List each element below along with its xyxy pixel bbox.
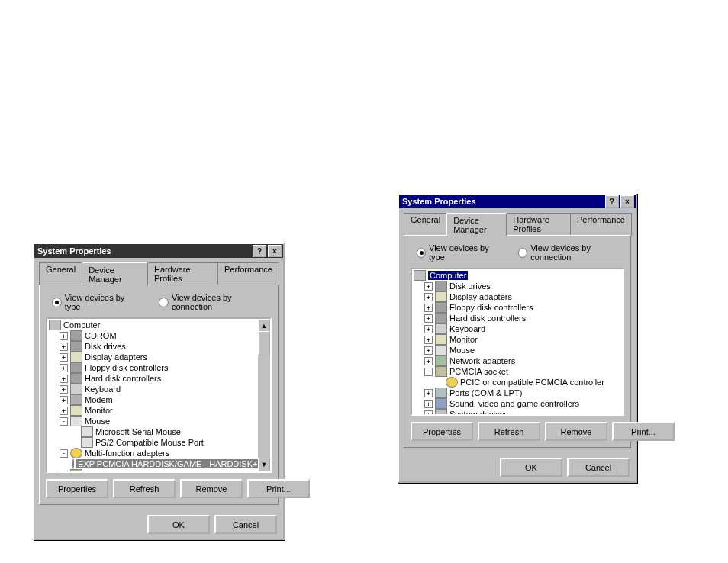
tab-device-manager[interactable]: Device Manager bbox=[82, 262, 148, 285]
print-button[interactable]: Print... bbox=[247, 479, 310, 498]
tree-item[interactable]: +Keyboard bbox=[414, 323, 623, 334]
expand-icon[interactable]: + bbox=[60, 332, 68, 340]
tree-item[interactable]: +System devices bbox=[414, 409, 623, 416]
expand-icon[interactable]: + bbox=[60, 343, 68, 351]
collapse-icon[interactable]: - bbox=[60, 417, 68, 426]
device-icon bbox=[70, 362, 82, 373]
tree-item[interactable]: +Disk drives bbox=[49, 341, 270, 352]
expand-icon[interactable]: + bbox=[60, 364, 68, 372]
expand-icon[interactable]: + bbox=[424, 304, 433, 312]
remove-button[interactable]: Remove bbox=[180, 479, 243, 498]
expand-icon[interactable]: + bbox=[424, 293, 433, 301]
properties-button[interactable]: Properties bbox=[46, 479, 108, 498]
expand-icon[interactable]: + bbox=[60, 471, 68, 474]
titlebar[interactable]: System Properties ? × bbox=[34, 244, 283, 258]
expand-icon[interactable]: + bbox=[424, 282, 433, 291]
tree-item[interactable]: +Floppy disk controllers bbox=[49, 362, 270, 373]
tree-label: EXP PCMCIA HARDDISK/GAME - HARDDISK+GAME bbox=[76, 459, 272, 468]
tab-performance[interactable]: Performance bbox=[570, 213, 632, 236]
tree-item[interactable]: +CDROM bbox=[49, 330, 270, 341]
expand-icon[interactable]: + bbox=[424, 389, 433, 397]
expand-icon[interactable]: + bbox=[60, 375, 68, 383]
properties-button[interactable]: Properties bbox=[411, 422, 473, 441]
tree-item[interactable]: EXP PCMCIA HARDDISK/GAME - HARDDISK+GAME bbox=[49, 458, 270, 469]
tree-item[interactable]: +Hard disk controllers bbox=[49, 373, 270, 384]
radio-label: View devices by type bbox=[429, 243, 500, 262]
expand-icon[interactable]: + bbox=[424, 357, 433, 365]
tree-item[interactable]: +Network adapters bbox=[49, 469, 270, 473]
tree-item[interactable]: PS/2 Compatible Mouse Port bbox=[49, 437, 270, 448]
tree-item[interactable]: PCIC or compatible PCMCIA controller bbox=[414, 377, 623, 388]
refresh-button[interactable]: Refresh bbox=[113, 479, 176, 498]
radio-view-by-connection[interactable]: View devices by connection bbox=[159, 293, 272, 311]
tree-label: System devices bbox=[449, 410, 508, 416]
tree-root[interactable]: Computer bbox=[49, 320, 270, 330]
cancel-button[interactable]: Cancel bbox=[567, 458, 630, 477]
expand-icon[interactable]: + bbox=[60, 385, 68, 394]
collapse-icon[interactable]: - bbox=[60, 449, 68, 458]
tree-label: Floppy disk controllers bbox=[85, 363, 168, 372]
tree-item[interactable]: +Disk drives bbox=[414, 281, 623, 291]
tree-item[interactable]: +Floppy disk controllers bbox=[414, 302, 623, 313]
radio-view-by-type[interactable]: View devices by type bbox=[52, 293, 140, 311]
tree-item[interactable]: +Mouse bbox=[414, 345, 623, 355]
tab-panel: View devices by type View devices by con… bbox=[404, 235, 631, 448]
tree-label: CDROM bbox=[85, 331, 117, 340]
ok-button[interactable]: OK bbox=[147, 515, 210, 534]
collapse-icon[interactable]: - bbox=[424, 368, 433, 376]
device-icon bbox=[70, 352, 82, 362]
device-tree[interactable]: ▲ ▼ Computer+CDROM+Disk drives+Display a… bbox=[46, 317, 272, 473]
expand-icon[interactable]: + bbox=[424, 314, 433, 323]
close-button[interactable]: × bbox=[620, 195, 634, 208]
tabstrip: General Device Manager Hardware Profiles… bbox=[34, 258, 283, 285]
tree-item[interactable]: -PCMCIA socket bbox=[414, 366, 623, 377]
expand-icon[interactable]: + bbox=[424, 410, 433, 417]
tree-label: Monitor bbox=[449, 335, 478, 344]
tree-item[interactable]: -Multi-function adapters bbox=[49, 448, 270, 458]
tree-item[interactable]: +Display adapters bbox=[49, 352, 270, 362]
print-button[interactable]: Print... bbox=[612, 422, 675, 441]
tree-item[interactable]: +Ports (COM & LPT) bbox=[414, 388, 623, 398]
scroll-thumb[interactable] bbox=[258, 331, 270, 355]
device-icon bbox=[435, 334, 447, 345]
radio-view-by-connection[interactable]: View devices by connection bbox=[518, 243, 624, 262]
device-icon bbox=[435, 345, 447, 355]
expand-icon[interactable]: + bbox=[60, 407, 68, 415]
tree-item[interactable]: +Monitor bbox=[414, 334, 623, 345]
remove-button[interactable]: Remove bbox=[545, 422, 607, 441]
tab-device-manager[interactable]: Device Manager bbox=[446, 213, 507, 236]
tree-label: PCIC or compatible PCMCIA controller bbox=[460, 378, 604, 387]
tree-item[interactable]: +Monitor bbox=[49, 405, 270, 416]
tree-item[interactable]: -Mouse bbox=[49, 416, 270, 426]
help-button[interactable]: ? bbox=[605, 195, 619, 208]
tree-item[interactable]: +Sound, video and game controllers bbox=[414, 398, 623, 409]
tree-item[interactable]: Microsoft Serial Mouse bbox=[49, 426, 270, 437]
refresh-button[interactable]: Refresh bbox=[478, 422, 540, 441]
tab-general[interactable]: General bbox=[404, 213, 447, 236]
ok-button[interactable]: OK bbox=[500, 458, 562, 477]
expand-icon[interactable]: + bbox=[60, 396, 68, 404]
scroll-down-icon[interactable]: ▼ bbox=[258, 458, 270, 471]
expand-icon[interactable]: + bbox=[424, 325, 433, 333]
tree-item[interactable]: +Modem bbox=[49, 394, 270, 405]
device-tree[interactable]: Computer+Disk drives+Display adapters+Fl… bbox=[411, 268, 624, 416]
tab-hardware-profiles[interactable]: Hardware Profiles bbox=[506, 213, 571, 236]
tree-item[interactable]: +Hard disk controllers bbox=[414, 313, 623, 323]
tab-general[interactable]: General bbox=[39, 262, 82, 285]
expand-icon[interactable]: + bbox=[424, 400, 433, 408]
expand-icon[interactable]: + bbox=[60, 353, 68, 362]
close-button[interactable]: × bbox=[268, 245, 282, 257]
titlebar[interactable]: System Properties ? × bbox=[399, 195, 636, 208]
tree-root[interactable]: Computer bbox=[414, 270, 623, 281]
tree-item[interactable]: +Network adapters bbox=[414, 355, 623, 366]
scrollbar[interactable]: ▲ ▼ bbox=[258, 319, 270, 471]
expand-icon[interactable]: + bbox=[424, 346, 433, 355]
tree-item[interactable]: +Keyboard bbox=[49, 384, 270, 394]
tree-item[interactable]: +Display adapters bbox=[414, 291, 623, 302]
help-button[interactable]: ? bbox=[253, 245, 266, 257]
expand-icon[interactable]: + bbox=[424, 336, 433, 344]
tab-hardware-profiles[interactable]: Hardware Profiles bbox=[147, 262, 218, 285]
radio-view-by-type[interactable]: View devices by type bbox=[417, 243, 500, 262]
cancel-button[interactable]: Cancel bbox=[214, 515, 277, 534]
tab-performance[interactable]: Performance bbox=[217, 262, 279, 285]
